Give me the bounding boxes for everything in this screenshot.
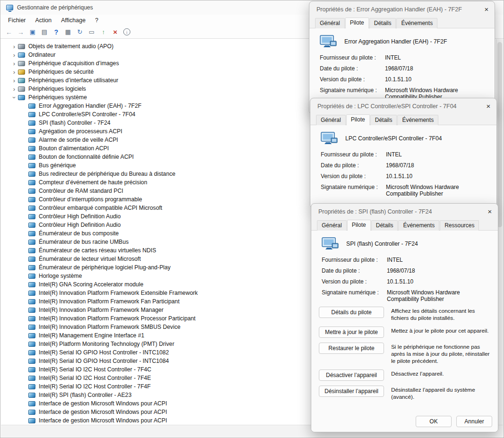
device-icon (28, 189, 35, 194)
action-button[interactable]: Détails du pilote (319, 307, 384, 318)
field-value: 10.1.51.10 (385, 76, 492, 83)
device-icon (28, 240, 35, 245)
tree-item-label: Périphériques de sécurité (28, 69, 94, 75)
ok-button[interactable]: OK (416, 416, 452, 427)
close-icon[interactable]: × (481, 4, 492, 15)
driver-field-row: Date du pilote : 1968/07/18 (311, 267, 498, 274)
action-button[interactable]: Désinstaller l’appareil (319, 386, 384, 397)
dialog-title-bar: Propriétés de : LPC Controller/eSPI Cont… (310, 98, 496, 114)
tab-evenements[interactable]: Événements (397, 115, 438, 125)
field-value: 10.1.51.10 (387, 278, 495, 285)
rollback-driver-action: Restaurer le pilote Si le périphérique n… (311, 343, 498, 365)
chevron-icon[interactable]: › (10, 52, 18, 58)
action-button[interactable]: Mettre à jour le pilote (319, 326, 384, 338)
tab-general[interactable]: Général (315, 18, 345, 28)
tab-strip: GénéralPiloteDétailsÉvénementsRessources (311, 219, 498, 231)
tree-item-label: Périphériques logiciels (28, 86, 86, 92)
forward-icon[interactable]: → (16, 27, 26, 37)
field-label: Version du pilote : (321, 173, 386, 180)
scrollbar-thumb[interactable] (497, 42, 502, 227)
device-icon (28, 172, 35, 177)
tab-details[interactable]: Détails (370, 115, 397, 125)
action-description: Désactivez l’appareil. (391, 369, 444, 378)
device-icon (28, 137, 35, 143)
chevron-icon[interactable]: › (10, 69, 18, 75)
action-button[interactable]: Désactiver l’appareil (319, 369, 384, 381)
device-icon (28, 163, 35, 168)
menu-fichier[interactable]: Fichier (3, 16, 31, 25)
device-manager-icon (6, 5, 13, 10)
chevron-icon[interactable]: › (10, 86, 18, 92)
chevron-icon[interactable]: › (10, 60, 18, 67)
field-value: INTEL (386, 151, 494, 158)
console-window-icon[interactable]: ▣ (28, 27, 37, 37)
device-icon (28, 299, 35, 304)
device-icon (28, 359, 35, 364)
tab-ressources[interactable]: Ressources (440, 220, 479, 231)
tree-item-label: Énumérateur de bus racine UMBus (39, 239, 128, 245)
device-name: LPC Controller/eSPI Controller - 7F04 (345, 135, 442, 142)
device-icon (321, 132, 338, 145)
dialog-title-bar: Propriétés de : SPI (flash) Controller -… (311, 204, 498, 219)
device-icon (18, 95, 25, 100)
tree-item-label: Compteur d’événement de haute précision (39, 179, 147, 186)
device-icon (18, 86, 25, 92)
tab-evenements[interactable]: Événements (396, 18, 437, 28)
tree-item-label: Intel(R) Innovation Platform Framework E… (39, 290, 198, 296)
device-icon (322, 237, 339, 250)
scan-hardware-icon[interactable]: ▭ (87, 27, 96, 37)
tab-evenements[interactable]: Événements (398, 220, 439, 231)
tab-general[interactable]: Général (317, 220, 347, 231)
menu-affichage[interactable]: Affichage (56, 16, 90, 25)
refresh-icon[interactable]: ↻ (75, 27, 85, 37)
tree-item-label: Contrôleur de RAM standard PCI (39, 188, 123, 194)
device-icon (28, 325, 35, 330)
tab-pilote[interactable]: Pilote (346, 114, 370, 125)
field-label: Fournisseur du pilote : (322, 257, 387, 263)
menu-aide[interactable]: ? (90, 16, 103, 25)
menu-action[interactable]: Action (31, 16, 57, 25)
tree-item-label: Intel(R) Platform Monitoring Technology … (39, 341, 174, 347)
driver-field-row: Date du pilote : 1968/07/18 (309, 65, 495, 72)
tab-details[interactable]: Détails (369, 18, 396, 28)
export-list-icon[interactable]: ▤ (40, 27, 49, 37)
pilote-tab-page: LPC Controller/eSPI Controller - 7F04 Fo… (310, 125, 496, 208)
tree-item-label: Périphérique d’acquisition d’images (28, 60, 119, 67)
device-icon (28, 120, 35, 126)
disable-device-icon[interactable]: ↓ (123, 28, 130, 35)
tab-pilote[interactable]: Pilote (347, 220, 371, 231)
uninstall-device-icon[interactable]: × (111, 27, 120, 37)
tree-item-label: Bouton de fonctionnalité définie ACPI (39, 154, 134, 160)
driver-field-row: Fournisseur du pilote : INTEL (309, 54, 495, 61)
driver-field-row: Version du pilote : 10.1.51.10 (309, 76, 495, 83)
tab-pilote[interactable]: Pilote (345, 17, 369, 28)
device-icon (28, 282, 35, 287)
chevron-icon[interactable]: › (11, 94, 17, 101)
device-icon (28, 393, 35, 398)
back-icon[interactable]: ← (4, 27, 14, 37)
chevron-icon[interactable]: › (10, 77, 18, 84)
properties-dialog-spi: Propriétés de : SPI (flash) Controller -… (311, 203, 498, 432)
close-icon[interactable]: × (483, 101, 494, 112)
action-button[interactable]: Restaurer le pilote (319, 343, 384, 354)
update-driver-icon[interactable]: ↑ (99, 27, 108, 37)
cancel-button[interactable]: Annuler (456, 416, 492, 427)
pilote-tab-page: SPI (flash) Controller - 7F24 Fournisseu… (311, 231, 498, 432)
tab-details[interactable]: Détails (371, 220, 398, 231)
properties-icon[interactable]: ▦ (63, 27, 73, 37)
tree-item-label: Énumérateur de cartes réseau virtuelles … (39, 247, 156, 254)
field-value: 1968/07/18 (387, 267, 495, 274)
device-icon (28, 410, 35, 415)
tree-item-label: Intel(R) Serial IO I2C Host Controller -… (39, 366, 151, 373)
tab-general[interactable]: Général (316, 115, 346, 125)
close-icon[interactable]: × (485, 206, 495, 217)
chevron-icon[interactable]: › (10, 43, 18, 50)
field-label: Date du pilote : (320, 65, 385, 72)
tree-item-label: Interface de gestion Microsoft Windows p… (39, 409, 167, 415)
device-icon (28, 206, 35, 211)
device-icon (28, 214, 35, 219)
tree-item-label: Alarme de sortie de veille ACPI (39, 137, 118, 143)
tree-item-label: Horloge système (39, 273, 82, 279)
help-icon[interactable]: ? (51, 27, 61, 37)
driver-actions: Détails du pilote Affichez les détails c… (311, 307, 498, 401)
